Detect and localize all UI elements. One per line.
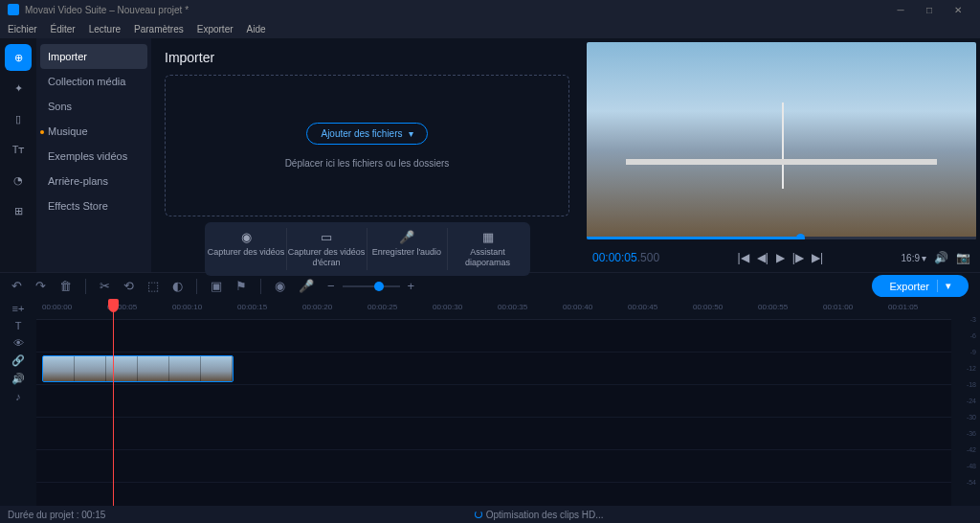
drop-hint: Déplacer ici les fichiers ou les dossier… (285, 158, 450, 169)
close-button[interactable]: ✕ (944, 0, 972, 19)
track-video-icon: 👁 (13, 337, 24, 349)
snapshot-icon[interactable]: 📷 (956, 251, 970, 264)
slideshow-wizard-button[interactable]: ▦Assistant diaporamas (448, 228, 528, 270)
menu-play[interactable]: Lecture (89, 24, 121, 34)
capture-screen-button[interactable]: ▭Capturer des vidéos d'écran (287, 228, 368, 270)
spinner-icon (475, 511, 482, 518)
transition-wizard-button[interactable]: ▣ (211, 279, 222, 293)
redo-button[interactable]: ↷ (35, 279, 46, 293)
next-clip-button[interactable]: ▶| (812, 251, 823, 264)
chevron-down-icon: ▾ (409, 128, 413, 139)
text-track[interactable] (36, 320, 951, 352)
playhead[interactable] (113, 299, 114, 506)
slideshow-icon: ▦ (482, 230, 494, 244)
sidebar-item-music[interactable]: Musique (36, 119, 151, 144)
maximize-button[interactable]: □ (915, 0, 944, 19)
linked-audio-track[interactable] (36, 385, 951, 418)
add-files-button[interactable]: Ajouter des fichiers▾ (306, 123, 427, 145)
time-ruler[interactable]: 00:00:0000:00:0500:00:1000:00:1500:00:20… (36, 299, 951, 320)
project-duration: Durée du projet : 00:15 (8, 510, 105, 520)
tool-titles-icon[interactable]: Tᴛ (5, 136, 32, 163)
status-message: Optimisation des clips HD... (486, 510, 604, 520)
seek-bar[interactable] (587, 237, 976, 239)
color-button[interactable]: ◐ (172, 279, 183, 293)
track-link-icon: 🔗 (11, 354, 25, 367)
record-audio-button[interactable]: 🎤 (299, 279, 314, 293)
music-track[interactable] (36, 450, 951, 483)
zoom-slider[interactable] (343, 285, 400, 287)
sidebar-item-collection[interactable]: Collection média (36, 69, 151, 94)
menu-edit[interactable]: Éditer (51, 24, 76, 34)
tool-stickers-icon[interactable]: ◔ (5, 167, 32, 193)
play-button[interactable]: ▶ (776, 251, 785, 264)
track-add-button[interactable]: ≡+ (12, 303, 25, 314)
zoom-in-button[interactable]: + (408, 279, 415, 293)
drop-zone[interactable]: Ajouter des fichiers▾ Déplacer ici les f… (165, 75, 569, 216)
prev-frame-button[interactable]: ◀| (757, 251, 768, 264)
crop-button[interactable]: ⬚ (147, 279, 159, 293)
export-button[interactable]: Exporter▾ (872, 275, 969, 297)
sidebar-item-samples[interactable]: Exemples vidéos (36, 144, 151, 169)
menu-file[interactable]: Eichier (8, 24, 37, 34)
record-audio-button[interactable]: 🎤Enregistrer l'audio (368, 228, 448, 270)
monitor-icon: ▭ (321, 230, 332, 244)
app-icon (8, 4, 19, 15)
undo-button[interactable]: ↶ (11, 279, 22, 293)
menu-help[interactable]: Aide (247, 24, 266, 34)
track-audio-icon: 🔊 (11, 373, 25, 385)
camera-icon: ◉ (241, 230, 252, 244)
track-text-icon: T (15, 320, 22, 331)
next-frame-button[interactable]: |▶ (792, 251, 804, 264)
audio-meter: -3-6-9-12-18-24-30-36-42-48-54 (951, 299, 980, 506)
video-track[interactable] (36, 352, 951, 385)
delete-button[interactable]: 🗑 (59, 279, 72, 293)
volume-icon[interactable]: 🔊 (934, 251, 948, 264)
tool-import-icon[interactable]: ⊕ (5, 44, 32, 71)
prev-clip-button[interactable]: |◀ (738, 251, 749, 264)
capture-video-button[interactable]: ◉Capturer des vidéos (207, 228, 287, 270)
marker-button[interactable]: ⚑ (235, 279, 247, 293)
menu-settings[interactable]: Paramètres (134, 24, 184, 34)
cut-button[interactable]: ✂ (100, 279, 110, 293)
aspect-ratio-button[interactable]: 16:9 ▾ (902, 253, 926, 263)
preview-viewport[interactable] (587, 42, 976, 239)
timecode: 00:00:05.500 (592, 251, 659, 264)
sidebar-item-effects-store[interactable]: Effects Store (36, 193, 151, 218)
tool-more-icon[interactable]: ⊞ (5, 197, 32, 224)
track-music-icon: ♪ (15, 391, 21, 402)
content-heading: Importer (165, 50, 569, 65)
minimize-button[interactable]: ─ (886, 0, 915, 19)
record-video-button[interactable]: ◉ (275, 279, 285, 293)
menu-export[interactable]: Exporter (197, 24, 234, 34)
sidebar-item-importer[interactable]: Importer (40, 44, 147, 69)
zoom-out-button[interactable]: − (327, 279, 335, 293)
sidebar-item-backgrounds[interactable]: Arrière-plans (36, 169, 151, 193)
chevron-down-icon[interactable]: ▾ (937, 280, 951, 292)
tool-transitions-icon[interactable]: ▯ (5, 105, 32, 132)
tool-filters-icon[interactable]: ✦ (5, 75, 32, 102)
audio-track[interactable] (36, 418, 951, 450)
mic-icon: 🎤 (399, 230, 414, 244)
window-title: Movavi Video Suite – Nouveau projet * (25, 5, 189, 15)
rotate-button[interactable]: ⟲ (123, 279, 134, 293)
sidebar-item-sounds[interactable]: Sons (36, 94, 151, 119)
video-clip[interactable] (42, 355, 234, 382)
